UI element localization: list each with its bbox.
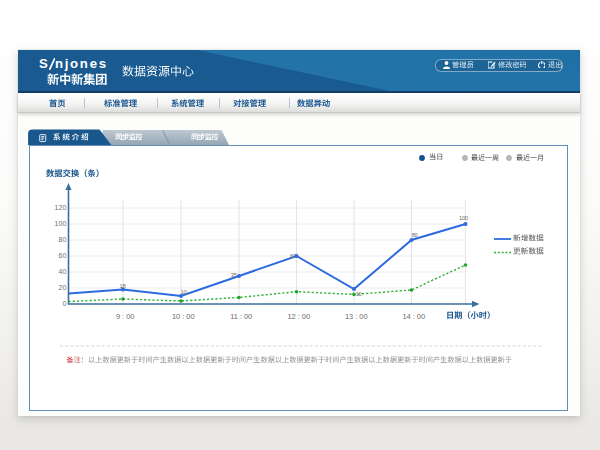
svg-text:40: 40 — [59, 268, 67, 275]
svg-text:0: 0 — [62, 300, 66, 307]
svg-text:12 : 00: 12 : 00 — [287, 312, 310, 321]
svg-text:14 : 00: 14 : 00 — [402, 312, 425, 321]
svg-text:10: 10 — [356, 291, 362, 297]
svg-text:100: 100 — [55, 220, 67, 227]
svg-text:20: 20 — [59, 284, 67, 291]
svg-text:120: 120 — [55, 204, 67, 211]
svg-text:11 : 00: 11 : 00 — [230, 312, 252, 321]
svg-text:80: 80 — [59, 236, 67, 243]
svg-text:80: 80 — [412, 232, 418, 238]
svg-text:10 : 00: 10 : 00 — [172, 312, 195, 321]
svg-text:100: 100 — [459, 215, 468, 221]
svg-text:9 : 00: 9 : 00 — [116, 312, 135, 321]
svg-text:13 : 00: 13 : 00 — [345, 312, 368, 321]
svg-text:35: 35 — [231, 272, 237, 278]
svg-text:60: 60 — [290, 253, 296, 259]
svg-text:10: 10 — [181, 289, 187, 295]
svg-text:60: 60 — [59, 252, 67, 259]
svg-text:18: 18 — [120, 283, 126, 289]
